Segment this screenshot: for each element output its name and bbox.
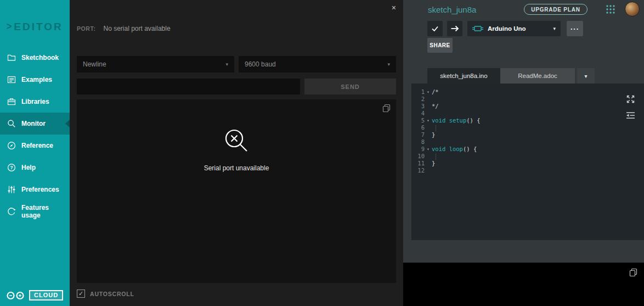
sidebar-item-label: Libraries xyxy=(21,98,49,105)
board-icon xyxy=(472,25,483,32)
fold-chevron-icon xyxy=(425,96,432,103)
magnifier-x-icon xyxy=(224,128,249,153)
fold-chevron-icon xyxy=(425,131,432,138)
code-line: 8 xyxy=(411,138,644,146)
code-line: 10 xyxy=(411,153,644,160)
editor-panel: sketch_jun8a UPGRADE PLAN Arduino Uno ▾ … xyxy=(403,0,644,306)
sidebar-item-help[interactable]: ? Help xyxy=(0,157,70,179)
arduino-infinity-logo xyxy=(5,291,25,301)
line-number: 11 xyxy=(411,160,425,167)
code-line: 12 xyxy=(411,167,644,174)
sidebar-item-monitor[interactable]: Monitor xyxy=(0,113,70,135)
send-button[interactable]: SEND xyxy=(304,79,396,94)
autoscroll-label: AUTOSCROLL xyxy=(90,291,134,297)
sidebar-item-preferences[interactable]: Preferences xyxy=(0,179,70,201)
code-line: 7} xyxy=(411,131,644,138)
autoscroll-checkbox[interactable]: ✓ xyxy=(77,290,85,298)
line-number: 9 xyxy=(411,146,425,153)
fold-chevron-icon[interactable]: ▾ xyxy=(425,146,432,153)
port-row: PORT: No serial port available xyxy=(77,25,171,32)
serial-output-area: Serial port unavailable xyxy=(77,99,396,283)
code-text: void loop() { xyxy=(432,146,477,153)
code-line: 9▾void loop() { xyxy=(411,146,644,153)
code-line: 4 xyxy=(411,110,644,117)
code-line: 2 xyxy=(411,96,644,103)
editor-brand: > EDITOR xyxy=(7,21,63,33)
sidebar-item-libraries[interactable]: Libraries xyxy=(0,91,70,113)
code-text: } xyxy=(432,131,435,138)
code-text: */ xyxy=(432,103,439,110)
tab-readme-adoc[interactable]: ReadMe.adoc xyxy=(500,68,575,84)
baud-rate-value: 9600 baud xyxy=(245,60,276,68)
code-line: 1▾/* xyxy=(411,88,644,96)
user-avatar[interactable] xyxy=(625,2,640,16)
fold-chevron-icon xyxy=(425,153,432,160)
autoscroll-row: ✓ AUTOSCROLL xyxy=(77,290,134,298)
svg-text:?: ? xyxy=(10,165,13,170)
code-text: /* xyxy=(432,88,439,96)
serial-monitor-panel: × PORT: No serial port available Newline… xyxy=(70,0,403,306)
tab-list-chevron-icon[interactable]: ▾ xyxy=(577,68,595,84)
sidebar-item-features-usage[interactable]: Features usage xyxy=(0,201,70,222)
sidebar-item-sketchbook[interactable]: Sketchbook xyxy=(0,47,70,69)
port-status: No serial port available xyxy=(104,25,171,32)
code-lines: 1▾/*23*/45▾void setup() {67}89▾void loop… xyxy=(411,88,644,174)
autoformat-icon[interactable] xyxy=(626,111,635,120)
board-name: Arduino Uno xyxy=(488,25,549,32)
tab-sketch-ino[interactable]: sketch_jun8a.ino xyxy=(427,68,500,84)
reference-compass-icon xyxy=(7,141,16,150)
chevron-down-icon: ▾ xyxy=(387,62,390,67)
line-number: 1 xyxy=(411,88,425,96)
line-number: 4 xyxy=(411,110,425,117)
sidebar-item-label: Preferences xyxy=(21,186,59,193)
sidebar-item-reference[interactable]: Reference xyxy=(0,135,70,157)
sidebar-nav: Sketchbook Examples Libraries Monitor xyxy=(0,47,70,222)
baud-rate-select[interactable]: 9600 baud ▾ xyxy=(239,56,396,73)
line-number: 3 xyxy=(411,103,425,110)
code-text: void setup() { xyxy=(432,117,481,124)
more-options-icon[interactable]: ··· xyxy=(567,21,583,36)
monitor-magnifier-icon xyxy=(7,119,16,128)
fold-chevron-icon xyxy=(425,138,432,146)
line-ending-select[interactable]: Newline ▾ xyxy=(77,56,234,73)
verify-button[interactable] xyxy=(427,21,443,36)
sidebar-item-label: Sketchbook xyxy=(21,54,59,62)
help-icon: ? xyxy=(7,163,16,172)
examples-icon xyxy=(7,75,16,84)
code-editor[interactable]: 1▾/*23*/45▾void setup() {67}89▾void loop… xyxy=(411,84,644,240)
line-number: 12 xyxy=(411,167,425,174)
copy-icon[interactable] xyxy=(382,104,391,115)
sidebar-item-examples[interactable]: Examples xyxy=(0,69,70,91)
fold-chevron-icon[interactable]: ▾ xyxy=(425,117,432,124)
sidebar-item-label: Reference xyxy=(21,142,53,149)
sketch-title: sketch_jun8a xyxy=(428,5,476,14)
fold-chevron-icon xyxy=(425,167,432,174)
line-number: 6 xyxy=(411,124,425,131)
fold-chevron-icon xyxy=(425,110,432,117)
fold-chevron-icon xyxy=(425,103,432,110)
sidebar-item-label: Help xyxy=(21,164,36,171)
serial-message-input[interactable] xyxy=(77,79,300,94)
chevron-down-icon: ▾ xyxy=(225,62,228,67)
copy-icon[interactable] xyxy=(629,268,637,279)
fold-chevron-icon[interactable]: ▾ xyxy=(425,88,432,96)
upgrade-plan-button[interactable]: UPGRADE PLAN xyxy=(524,4,587,15)
code-line: 3*/ xyxy=(411,103,644,110)
board-select[interactable]: Arduino Uno ▾ xyxy=(467,21,561,36)
preferences-sliders-icon xyxy=(7,185,16,194)
folder-icon xyxy=(7,53,16,62)
fullscreen-icon[interactable] xyxy=(626,94,635,104)
code-line: 6 xyxy=(411,124,644,131)
line-number: 7 xyxy=(411,131,425,138)
brand-chevron-icon: > xyxy=(7,21,12,32)
apps-grid-icon[interactable] xyxy=(606,4,615,16)
share-button[interactable]: SHARE xyxy=(427,38,453,53)
arduino-cloud-editor: > EDITOR Sketchbook Examples Libraries xyxy=(0,0,644,306)
port-label: PORT: xyxy=(77,25,96,32)
close-icon[interactable]: × xyxy=(392,4,396,12)
code-text xyxy=(432,153,436,160)
line-number: 5 xyxy=(411,117,425,124)
upload-button[interactable] xyxy=(447,21,462,36)
line-number: 8 xyxy=(411,138,425,146)
fold-chevron-icon xyxy=(425,124,432,131)
